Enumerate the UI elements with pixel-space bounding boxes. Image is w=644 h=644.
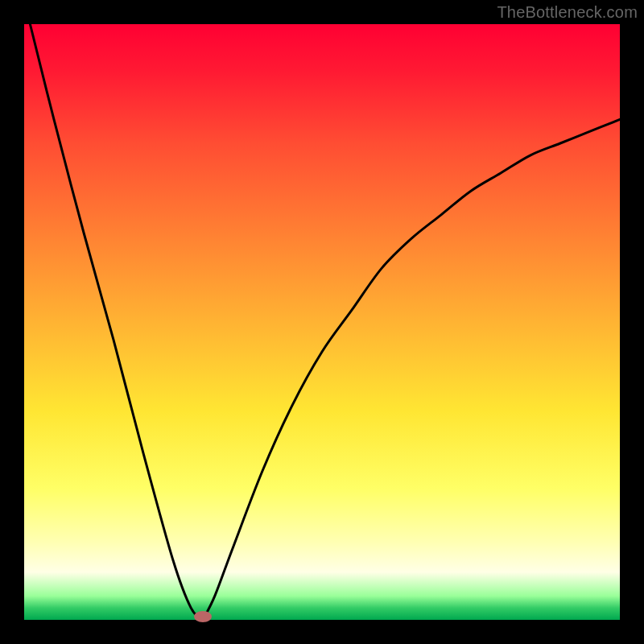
watermark-text: TheBottleneck.com — [497, 3, 638, 22]
plot-area — [24, 24, 620, 620]
curve-right — [203, 119, 620, 620]
curve-left — [30, 24, 203, 620]
plot-svg — [24, 24, 620, 620]
min-marker — [194, 611, 212, 622]
chart-frame: TheBottleneck.com — [0, 0, 644, 644]
